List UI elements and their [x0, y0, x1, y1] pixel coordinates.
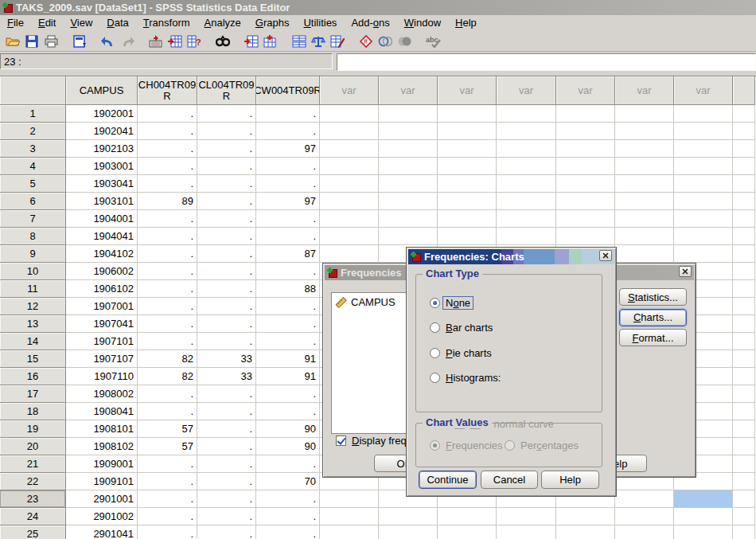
menu-utilities[interactable]: Utilities — [296, 16, 344, 29]
cell-r2-var5[interactable] — [556, 123, 615, 140]
cell-r25-var8[interactable] — [733, 525, 755, 539]
cell-r8-CAMPUS[interactable]: 1904041 — [66, 228, 138, 245]
row-header-1[interactable]: 1 — [0, 105, 66, 123]
cell-r7-CW004TR09R[interactable]: . — [256, 210, 320, 228]
radio-circle[interactable] — [430, 322, 440, 333]
cell-r6-CL004TR09R[interactable]: . — [197, 193, 256, 210]
split-file-icon[interactable] — [290, 33, 309, 50]
cell-r8-var6[interactable] — [615, 228, 674, 245]
row-header-8[interactable]: 8 — [0, 228, 66, 245]
cell-r20-CW004TR09R[interactable]: 90 — [256, 438, 320, 455]
row-header-3[interactable]: 3 — [0, 140, 66, 158]
cell-editor-field[interactable] — [337, 53, 756, 71]
cell-r4-var5[interactable] — [556, 158, 615, 175]
cell-r19-CAMPUS[interactable]: 1908101 — [66, 420, 138, 438]
cell-r16-CAMPUS[interactable]: 1907110 — [66, 368, 138, 385]
cell-r2-CAMPUS[interactable]: 1902041 — [66, 123, 138, 140]
statistics-button[interactable]: Statistics... — [619, 288, 687, 306]
radio-frequencies[interactable]: Frequencies — [430, 439, 503, 451]
cell-r7-var8[interactable] — [733, 210, 755, 228]
column-header-var8[interactable] — [733, 76, 755, 105]
cell-r7-var7[interactable] — [674, 210, 733, 228]
cell-r9-CAMPUS[interactable]: 1904102 — [66, 245, 138, 263]
menu-analyze[interactable]: Analyze — [197, 16, 248, 29]
cell-r25-CW004TR09R[interactable]: . — [256, 525, 320, 539]
radio-circle[interactable] — [430, 348, 440, 358]
variables-icon[interactable] — [166, 33, 185, 50]
cell-r13-CH004TR09R[interactable]: . — [138, 315, 197, 333]
cell-r2-var1[interactable] — [320, 123, 379, 140]
cell-r5-var6[interactable] — [615, 175, 674, 193]
cell-r3-var5[interactable] — [556, 140, 615, 158]
cell-r7-CL004TR09R[interactable]: . — [197, 210, 256, 228]
cell-r3-var6[interactable] — [615, 140, 674, 158]
cell-r4-CL004TR09R[interactable]: . — [197, 158, 256, 175]
row-header-25[interactable]: 25 — [0, 525, 66, 539]
cell-r16-CH004TR09R[interactable]: 82 — [138, 368, 197, 385]
cell-r24-var8[interactable] — [733, 508, 755, 525]
cell-r19-CW004TR09R[interactable]: 90 — [256, 420, 320, 438]
cell-r11-var8[interactable] — [733, 280, 755, 298]
radio-circle[interactable] — [430, 298, 440, 308]
insert-cases-icon[interactable] — [242, 33, 261, 50]
cell-r22-var8[interactable] — [733, 473, 755, 490]
cell-r24-var2[interactable] — [379, 508, 438, 525]
save-file-icon[interactable] — [22, 33, 41, 50]
cell-r10-CH004TR09R[interactable]: . — [138, 263, 197, 280]
cell-r4-CH004TR09R[interactable]: . — [138, 158, 197, 175]
row-header-14[interactable]: 14 — [0, 333, 66, 350]
cell-r11-CL004TR09R[interactable]: . — [197, 280, 256, 298]
cell-r9-CH004TR09R[interactable]: . — [138, 245, 197, 263]
cell-r23-CH004TR09R[interactable]: . — [138, 490, 197, 508]
row-header-15[interactable]: 15 — [0, 350, 66, 368]
cell-r20-CH004TR09R[interactable]: 57 — [138, 438, 197, 455]
cell-r8-var2[interactable] — [379, 228, 438, 245]
cell-r4-CAMPUS[interactable]: 1903001 — [66, 158, 138, 175]
cell-r1-var4[interactable] — [497, 105, 556, 123]
radio-pie-charts[interactable]: Pie charts — [430, 346, 492, 359]
cell-r21-CH004TR09R[interactable]: . — [138, 455, 197, 473]
cell-r24-CAMPUS[interactable]: 2901002 — [66, 508, 138, 525]
cell-r9-var8[interactable] — [733, 245, 755, 263]
column-header-var4[interactable]: var — [497, 76, 556, 105]
show-all-variables-icon[interactable] — [395, 33, 414, 50]
cell-r2-var2[interactable] — [379, 123, 438, 140]
cell-r25-var1[interactable] — [320, 525, 379, 539]
cell-r8-var4[interactable] — [497, 228, 556, 245]
cell-r9-var1[interactable] — [320, 245, 379, 263]
cell-r2-CL004TR09R[interactable]: . — [197, 123, 256, 140]
cell-r6-var5[interactable] — [556, 193, 615, 210]
cell-r23-var7[interactable] — [674, 490, 733, 508]
cell-r3-var7[interactable] — [674, 140, 733, 158]
cell-r10-var8[interactable] — [733, 263, 755, 280]
cell-r6-CAMPUS[interactable]: 1903101 — [66, 193, 138, 210]
cell-r19-CL004TR09R[interactable]: . — [197, 420, 256, 438]
cell-r1-var7[interactable] — [674, 105, 733, 123]
cell-r16-CW004TR09R[interactable]: 91 — [256, 368, 320, 385]
cell-r8-var3[interactable] — [438, 228, 497, 245]
cell-r3-var8[interactable] — [733, 140, 755, 158]
cell-r18-var8[interactable] — [733, 403, 755, 420]
cell-r24-var5[interactable] — [556, 508, 615, 525]
insert-variable-icon[interactable] — [261, 33, 280, 50]
undo-icon[interactable] — [99, 33, 118, 50]
cell-r7-var3[interactable] — [438, 210, 497, 228]
cell-r15-var8[interactable] — [733, 350, 755, 368]
radio-bar-charts[interactable]: Bar charts — [430, 322, 493, 334]
cell-r24-CH004TR09R[interactable]: . — [138, 508, 197, 525]
cell-r6-CW004TR09R[interactable]: 97 — [256, 193, 320, 210]
cell-r7-var5[interactable] — [556, 210, 615, 228]
cell-r12-var8[interactable] — [733, 298, 755, 315]
cell-r10-CW004TR09R[interactable]: . — [256, 263, 320, 280]
row-header-22[interactable]: 22 — [0, 473, 66, 490]
column-header-CL004TR09R[interactable]: CL004TR09R — [197, 76, 256, 105]
cell-r4-var7[interactable] — [674, 158, 733, 175]
print-icon[interactable] — [41, 33, 60, 50]
column-header-var3[interactable]: var — [438, 76, 497, 105]
weight-cases-icon[interactable] — [309, 33, 328, 50]
cell-r8-var1[interactable] — [320, 228, 379, 245]
cell-r23-var8[interactable] — [733, 490, 755, 508]
cell-r5-var5[interactable] — [556, 175, 615, 193]
find-icon[interactable] — [213, 33, 232, 50]
cell-r25-var3[interactable] — [438, 525, 497, 539]
